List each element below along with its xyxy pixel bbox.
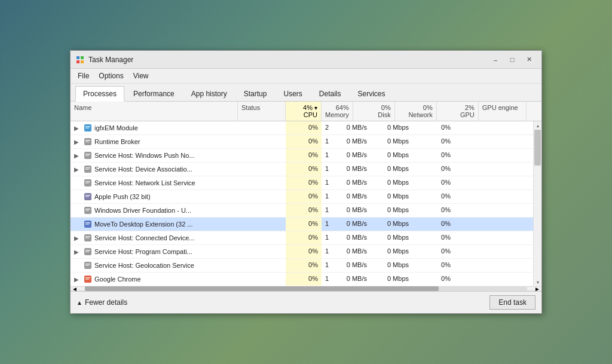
cell-p [502,259,533,272]
cell-network: 0 Mbps [371,135,412,148]
cell-disk: 0 MB/s [329,163,371,176]
expand-arrow[interactable]: ▶ [74,235,81,241]
svg-rect-20 [85,195,90,196]
cell-memory: 1.6 MB [322,273,329,286]
cell-memory: 1.7 MB [322,245,329,258]
cell-network: 0 Mbps [371,190,412,203]
tab-processes[interactable]: Processes [75,86,124,102]
tab-services[interactable]: Services [350,86,393,101]
table-row[interactable]: Service Host: Network List Service 0% 1.… [71,176,533,190]
expand-arrow[interactable]: ▶ [74,152,81,159]
col-cpu[interactable]: 4% ▾CPU [286,102,322,121]
cell-gpu-engine [454,204,502,217]
close-button[interactable]: ✕ [521,53,537,66]
tab-performance[interactable]: Performance [126,86,182,101]
table-row[interactable]: MoveTo Desktop Extension (32 ... 0% 1.8 … [71,218,533,231]
table-row[interactable]: Service Host: Geolocation Service 0% 1.6… [71,259,533,273]
cell-memory: 1.8 MB [322,231,329,244]
cell-p [502,273,533,286]
table-row[interactable]: ▶ igfxEM Module 0% 2.0 MB 0 MB/s 0 Mbps … [71,121,533,135]
hscroll-left[interactable]: ◄ [71,286,79,292]
expand-arrow[interactable]: ▶ [74,125,81,131]
svg-rect-15 [85,169,89,170]
cell-name: ▶ Google Chrome [71,273,238,286]
window-controls: – □ ✕ [488,53,537,66]
svg-rect-38 [85,277,90,279]
cell-gpu: 0% [412,190,454,203]
cell-status [238,231,286,244]
svg-rect-33 [85,252,89,253]
tab-details[interactable]: Details [311,86,349,101]
cell-name: ▶ Service Host: Windows Push No... [71,149,238,162]
table-row[interactable]: Apple Push (32 bit) 0% 1.8 MB 0 MB/s 0 M… [71,190,533,204]
end-task-button[interactable]: End task [489,295,536,310]
cell-gpu: 0% [412,273,454,286]
col-network[interactable]: 0%Network [395,102,437,121]
col-gpu-engine[interactable]: GPU engine [479,102,527,121]
hscroll-thumb[interactable] [85,286,439,291]
hscroll-track[interactable] [85,286,527,291]
table-row[interactable]: ▶ Service Host: Connected Device... 0% 1… [71,231,533,245]
cell-p [502,204,533,217]
cell-gpu-engine [454,176,502,189]
cell-disk: 0 MB/s [329,259,371,272]
tab-users[interactable]: Users [276,86,310,101]
table-row[interactable]: ▶ Google Chrome 0% 1.6 MB 0 MB/s 0 Mbps … [71,273,533,286]
col-memory[interactable]: 64%Memory [322,102,353,121]
cell-network: 0 Mbps [371,273,412,286]
cell-status [238,163,286,176]
cell-p [502,163,533,176]
vertical-scrollbar[interactable]: ▴ ▾ [533,121,541,286]
cell-status [238,135,286,148]
menu-options[interactable]: Options [94,70,128,82]
cell-memory: 1.9 MB [322,176,329,189]
expand-arrow[interactable]: ▶ [74,166,81,173]
cell-cpu: 0% [286,273,322,286]
cell-gpu: 0% [412,176,454,189]
col-p[interactable]: P [527,102,541,121]
expand-arrow[interactable]: ▶ [74,249,81,255]
svg-rect-9 [85,142,89,143]
fewer-details-button[interactable]: ▲ Fewer details [76,298,127,307]
col-status[interactable]: Status [238,102,286,121]
table-row[interactable]: Windows Driver Foundation - U... 0% 1.8 … [71,204,533,218]
cell-memory: 2.0 MB [322,121,329,134]
horizontal-scrollbar[interactable]: ◄ ► [71,286,541,291]
menu-file[interactable]: File [73,70,94,82]
expand-arrow[interactable]: ▶ [74,276,81,283]
window-title: Task Manager [88,56,488,64]
tab-app-history[interactable]: App history [183,86,235,101]
cell-memory: 1.8 MB [322,218,329,231]
cell-network: 0 Mbps [371,259,412,272]
cell-cpu: 0% [286,231,322,244]
col-disk[interactable]: 0%Disk [353,102,395,121]
scroll-thumb[interactable] [534,130,541,166]
process-table: Name Status 4% ▾CPU 64%Memory 0%Disk 0%N… [71,102,541,291]
hscroll-right[interactable]: ► [533,286,541,292]
cell-gpu: 0% [412,245,454,258]
cell-name: ▶ Runtime Broker [71,135,238,148]
cell-network: 0 Mbps [371,149,412,162]
cell-disk: 0 MB/s [329,149,371,162]
cell-cpu: 0% [286,176,322,189]
scroll-up-arrow[interactable]: ▴ [534,121,542,130]
scroll-track[interactable] [534,130,541,278]
tab-startup[interactable]: Startup [236,86,275,101]
svg-rect-2 [76,60,79,63]
minimize-button[interactable]: – [488,53,503,66]
menu-view[interactable]: View [128,70,154,82]
process-name: Service Host: Network List Service [94,179,234,186]
cell-gpu-engine [454,245,502,258]
cell-name: Service Host: Geolocation Service [71,259,238,272]
cell-network: 0 Mbps [371,163,412,176]
col-name[interactable]: Name [71,102,238,121]
col-gpu[interactable]: 2%GPU [437,102,479,121]
table-row[interactable]: ▶ Service Host: Program Compati... 0% 1.… [71,245,533,259]
cell-gpu-engine [454,190,502,203]
table-row[interactable]: ▶ Runtime Broker 0% 1.9 MB 0 MB/s 0 Mbps… [71,135,533,149]
expand-arrow[interactable]: ▶ [74,139,81,145]
table-row[interactable]: ▶ Service Host: Device Associatio... 0% … [71,163,533,176]
maximize-button[interactable]: □ [504,53,520,66]
cell-status [238,273,286,286]
table-row[interactable]: ▶ Service Host: Windows Push No... 0% 1.… [71,149,533,163]
